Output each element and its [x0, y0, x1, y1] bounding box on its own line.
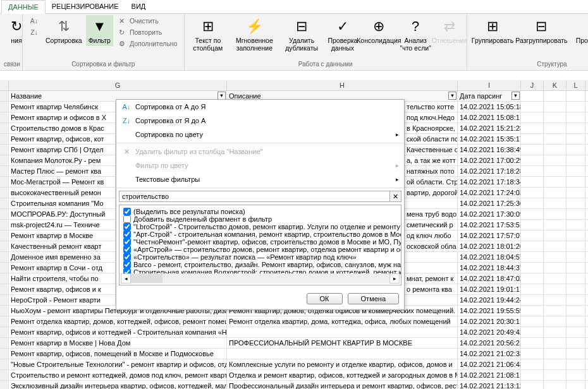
- cell-title[interactable]: Ремонт отделка квартир, домов, коттеджей…: [9, 316, 227, 326]
- cell-title[interactable]: Ремонт квартир в Москве: [9, 230, 116, 241]
- cell-description[interactable]: [227, 349, 458, 359]
- cell-empty[interactable]: [544, 102, 567, 112]
- cell-description[interactable]: [405, 263, 458, 273]
- cell-date[interactable]: 14.02.2021 18:04:57: [458, 252, 521, 262]
- cell-empty[interactable]: [521, 306, 544, 316]
- cell-empty[interactable]: [567, 91, 585, 101]
- col-header-k[interactable]: K: [544, 80, 567, 90]
- cell-empty[interactable]: [544, 145, 567, 155]
- cell-empty[interactable]: [567, 123, 585, 133]
- remove-duplicates-button[interactable]: ⊟Удалить дубликаты: [281, 15, 322, 53]
- cell-empty[interactable]: [521, 252, 544, 262]
- cell-title[interactable]: Ремонт квартир, офисов и коттеджей - Стр…: [9, 327, 227, 337]
- cell-empty[interactable]: [521, 198, 544, 208]
- cell-description[interactable]: ской области пс: [405, 134, 458, 144]
- checkbox[interactable]: [123, 261, 131, 268]
- cell-empty[interactable]: [544, 155, 567, 165]
- cell-date[interactable]: 14.02.2021 15:35:17: [458, 134, 521, 144]
- cell-date[interactable]: 14.02.2021 15:21:23: [458, 123, 521, 133]
- col-header-h[interactable]: H: [227, 80, 458, 90]
- cell-title[interactable]: Строительство домов в Крас: [9, 123, 116, 133]
- cell-description[interactable]: вартир, дорогой: [405, 188, 458, 198]
- filter-search-input[interactable]: [119, 191, 390, 202]
- cell-empty[interactable]: [567, 381, 585, 389]
- cell-title[interactable]: Ремонт квартир Челябинск: [9, 102, 116, 112]
- scroll-left-button[interactable]: ◂: [121, 273, 131, 284]
- cell-empty[interactable]: [521, 295, 544, 305]
- row-header[interactable]: [0, 209, 9, 219]
- cell-description[interactable]: сметический р: [405, 220, 458, 230]
- filter-value-item[interactable]: "LbroСтрой" - Строительство домов, ремон…: [122, 223, 398, 230]
- cell-empty[interactable]: [544, 381, 567, 389]
- checkbox[interactable]: [123, 223, 131, 230]
- cell-empty[interactable]: [567, 230, 585, 241]
- cell-empty[interactable]: [567, 338, 585, 348]
- row-header[interactable]: [0, 112, 9, 123]
- cell-empty[interactable]: [544, 316, 567, 326]
- col-header-l[interactable]: L: [567, 80, 585, 90]
- sort-za-small[interactable]: Z↓: [27, 27, 42, 38]
- relationships-button[interactable]: ⇄Отношения: [436, 15, 463, 46]
- cell-title[interactable]: Ремонт квартир и офисов в Х: [9, 112, 116, 123]
- cell-description[interactable]: осковской обла: [405, 241, 458, 251]
- filter-button[interactable]: ▼ Фильтр: [86, 15, 113, 46]
- cell-empty[interactable]: [544, 177, 567, 187]
- cell-empty[interactable]: [567, 295, 585, 305]
- cell-empty[interactable]: [521, 220, 544, 230]
- ungroup-button[interactable]: ⊟Разгруппировать: [515, 15, 568, 46]
- cell-empty[interactable]: [521, 381, 544, 389]
- cell-title[interactable]: Мос-Мегастрой — Ремонт кв: [9, 177, 116, 187]
- checkbox[interactable]: [123, 230, 131, 238]
- cell-empty[interactable]: [521, 327, 544, 337]
- filter-dropdown-i[interactable]: ▼: [511, 92, 520, 100]
- cell-empty[interactable]: [544, 241, 567, 251]
- cell-date[interactable]: 14.02.2021 17:24:03: [458, 188, 521, 198]
- row-header[interactable]: [0, 166, 9, 176]
- cell-empty[interactable]: [521, 316, 544, 326]
- cell-empty[interactable]: [567, 327, 585, 337]
- cell-empty[interactable]: [521, 177, 544, 187]
- cell-title[interactable]: Строительная компания "Мо: [9, 198, 116, 208]
- text-to-columns-button[interactable]: ⊞Текст по столбцам: [188, 15, 228, 53]
- sort-az-small[interactable]: A↓: [27, 15, 42, 27]
- cell-empty[interactable]: [544, 112, 567, 123]
- row-header[interactable]: [0, 252, 9, 262]
- cell-title[interactable]: Доменное имя временно за: [9, 252, 116, 262]
- cell-title[interactable]: Качественный ремонт кварт: [9, 241, 116, 251]
- cell-empty[interactable]: [544, 349, 567, 359]
- row-header[interactable]: [0, 263, 9, 273]
- sort-descending-item[interactable]: Z↓Сортировка от Я до А: [116, 114, 404, 128]
- cell-empty[interactable]: [567, 263, 585, 273]
- cell-date[interactable]: 14.02.2021 20:56:21: [458, 338, 521, 348]
- cell-date[interactable]: 14.02.2021 18:01:26: [458, 241, 521, 251]
- cell-description[interactable]: Отделка и ремонт квартир, офисов, коттед…: [227, 370, 458, 380]
- cell-empty[interactable]: [544, 220, 567, 230]
- filter-value-item[interactable]: "Арт-Строй" - строительная компания, рем…: [122, 230, 398, 238]
- cell-date[interactable]: 14.02.2021 21:08:11: [458, 370, 521, 380]
- filter-dropdown-h[interactable]: ▼: [448, 92, 456, 100]
- cell-title[interactable]: высококачественный ремон: [9, 188, 116, 198]
- row-header[interactable]: [0, 188, 9, 198]
- cell-title[interactable]: Ремонт квартир, офисов и к: [9, 284, 116, 294]
- cell-date[interactable]: 14.02.2021 21:06:43: [458, 359, 521, 369]
- cell-empty[interactable]: [567, 177, 585, 187]
- cell-description[interactable]: Профессиональный дизайн интерьера и ремо…: [227, 381, 458, 389]
- cell-description[interactable]: а, а так же котт: [405, 155, 458, 165]
- cell-empty[interactable]: [544, 295, 567, 305]
- row-header[interactable]: [0, 198, 9, 208]
- cell-description[interactable]: Качественные о: [405, 145, 458, 155]
- cell-date[interactable]: 14.02.2021 15:08:11: [458, 112, 521, 123]
- cell-empty[interactable]: [521, 91, 544, 101]
- row-header[interactable]: [0, 91, 9, 101]
- horizontal-scrollbar[interactable]: ◂ ▸: [121, 273, 400, 284]
- sort-ascending-item[interactable]: A↓Сортировка от А до Я: [116, 100, 404, 114]
- cell-empty[interactable]: [521, 102, 544, 112]
- cell-empty[interactable]: [567, 252, 585, 262]
- cell-empty[interactable]: [544, 91, 567, 101]
- cell-empty[interactable]: [544, 306, 567, 316]
- cell-empty[interactable]: [544, 273, 567, 284]
- filter-value-item[interactable]: "ЧестноРемонт"-ремонт квартир, офисов, с…: [122, 238, 398, 246]
- cell-description[interactable]: мнат, ремонт к: [405, 273, 458, 284]
- advanced-filter-button[interactable]: ⚙Дополнительно: [114, 38, 180, 49]
- cell-empty[interactable]: [567, 198, 585, 208]
